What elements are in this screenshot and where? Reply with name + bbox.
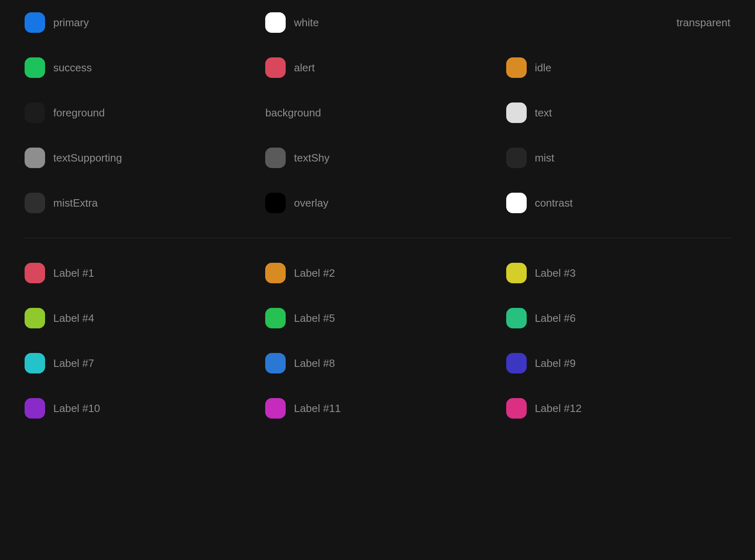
system-color-swatch [25, 193, 45, 213]
system-color-label: primary [53, 16, 89, 29]
label-color-label: Label #1 [53, 267, 94, 280]
label-color-swatch [25, 353, 45, 373]
label-color-item[interactable]: Label #1 [25, 263, 249, 283]
system-color-item[interactable]: transparent [506, 12, 730, 33]
system-color-item[interactable]: idle [506, 57, 730, 78]
label-color-swatch [25, 398, 45, 419]
label-color-swatch [506, 353, 527, 373]
system-color-item[interactable]: mistExtra [25, 193, 249, 213]
system-color-swatch [265, 57, 286, 78]
system-color-item[interactable]: alert [265, 57, 489, 78]
label-color-label: Label #8 [294, 357, 335, 370]
system-color-item[interactable]: overlay [265, 193, 489, 213]
system-color-label: mist [535, 152, 555, 164]
system-color-label: foreground [53, 107, 105, 119]
label-color-label: Label #4 [53, 312, 94, 325]
system-color-swatch [506, 102, 527, 123]
label-color-label: Label #3 [535, 267, 576, 280]
system-color-label: idle [535, 61, 551, 74]
label-color-swatch [506, 398, 527, 419]
system-color-item[interactable]: foreground [25, 102, 249, 123]
system-color-item[interactable]: background [265, 102, 489, 123]
label-colors-grid: Label #1Label #2Label #3Label #4Label #5… [25, 263, 730, 419]
label-color-label: Label #11 [294, 402, 341, 415]
system-color-label: alert [294, 61, 315, 74]
label-color-item[interactable]: Label #8 [265, 353, 489, 373]
system-color-swatch [265, 193, 286, 213]
label-color-item[interactable]: Label #10 [25, 398, 249, 419]
system-color-swatch [265, 12, 286, 33]
label-color-swatch [265, 353, 286, 373]
system-color-label: overlay [294, 197, 328, 209]
label-color-label: Label #10 [53, 402, 100, 415]
label-color-label: Label #12 [535, 402, 582, 415]
label-color-swatch [265, 263, 286, 283]
label-color-item[interactable]: Label #9 [506, 353, 730, 373]
label-color-item[interactable]: Label #4 [25, 308, 249, 328]
system-color-item[interactable]: primary [25, 12, 249, 33]
system-color-swatch [25, 57, 45, 78]
label-color-swatch [506, 308, 527, 328]
system-color-label: background [265, 107, 321, 119]
system-color-label: mistExtra [53, 197, 98, 209]
label-color-swatch [265, 308, 286, 328]
system-color-swatch [25, 12, 45, 33]
system-color-swatch [506, 57, 527, 78]
system-color-item[interactable]: textShy [265, 148, 489, 168]
system-color-item[interactable]: success [25, 57, 249, 78]
system-color-label: transparent [676, 16, 730, 29]
label-color-label: Label #9 [535, 357, 576, 370]
label-color-item[interactable]: Label #5 [265, 308, 489, 328]
label-color-swatch [506, 263, 527, 283]
label-color-label: Label #7 [53, 357, 94, 370]
label-color-label: Label #5 [294, 312, 335, 325]
section-divider [25, 238, 730, 238]
system-color-label: contrast [535, 197, 573, 209]
system-color-label: white [294, 16, 319, 29]
label-color-item[interactable]: Label #2 [265, 263, 489, 283]
system-color-item[interactable]: text [506, 102, 730, 123]
system-color-item[interactable]: contrast [506, 193, 730, 213]
system-color-swatch [25, 148, 45, 168]
label-color-label: Label #6 [535, 312, 576, 325]
system-color-item[interactable]: mist [506, 148, 730, 168]
system-color-item[interactable]: white [265, 12, 489, 33]
label-color-item[interactable]: Label #6 [506, 308, 730, 328]
system-color-label: text [535, 107, 552, 119]
label-color-item[interactable]: Label #12 [506, 398, 730, 419]
system-color-label: textSupporting [53, 152, 122, 164]
label-color-item[interactable]: Label #11 [265, 398, 489, 419]
system-color-swatch [25, 102, 45, 123]
label-color-item[interactable]: Label #3 [506, 263, 730, 283]
label-color-swatch [265, 398, 286, 419]
label-color-swatch [25, 308, 45, 328]
system-color-label: success [53, 61, 92, 74]
label-color-label: Label #2 [294, 267, 335, 280]
system-color-swatch [506, 148, 527, 168]
system-color-label: textShy [294, 152, 330, 164]
system-colors-grid: primarywhitetransparentsuccessalertidlef… [25, 12, 730, 213]
label-color-item[interactable]: Label #7 [25, 353, 249, 373]
system-color-swatch [265, 148, 286, 168]
system-color-swatch [506, 193, 527, 213]
label-color-swatch [25, 263, 45, 283]
system-color-item[interactable]: textSupporting [25, 148, 249, 168]
